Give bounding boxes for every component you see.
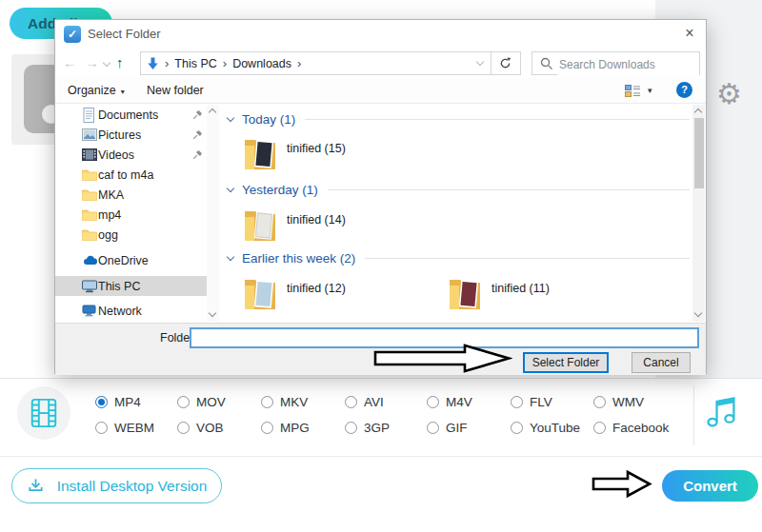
format-option-mp4[interactable]: MP4 [95, 394, 141, 409]
file-item-tinified-15[interactable]: tinified (15) [244, 134, 346, 170]
chevron-down-icon[interactable] [227, 185, 234, 192]
scroll-down-icon[interactable] [694, 309, 702, 317]
sidebar-item-network[interactable]: Network [55, 301, 206, 321]
search-icon [540, 57, 553, 70]
format-option-webm[interactable]: WEBM [95, 420, 154, 435]
sidebar-item-pictures[interactable]: Pictures [55, 125, 206, 145]
format-option-wmv[interactable]: WMV [593, 394, 644, 409]
file-item-tinified-14[interactable]: tinified (14) [244, 206, 346, 242]
format-option-youtube[interactable]: YouTube [511, 420, 580, 435]
videos-icon [82, 148, 97, 161]
sidebar-item-ogg[interactable]: ogg [55, 225, 206, 245]
forward-button[interactable]: → [85, 52, 99, 73]
explorer-check-icon: ✓ [64, 26, 81, 43]
audio-format-section-badge [705, 392, 739, 434]
breadcrumb-separator: › [223, 56, 227, 70]
sidebar-item-caf-to-m4a[interactable]: caf to m4a [55, 165, 206, 185]
onedrive-cloud-icon [82, 254, 98, 267]
folder-icon [82, 168, 97, 181]
back-button[interactable]: ← [63, 52, 77, 73]
convert-button[interactable]: Convert [662, 470, 758, 502]
sidebar-scrollbar[interactable] [207, 105, 219, 322]
up-button[interactable]: ↑ [116, 52, 124, 73]
file-item-tinified-12[interactable]: tinified (12) [244, 274, 346, 310]
radio-webm[interactable] [95, 422, 108, 434]
chevron-down-icon[interactable] [227, 114, 234, 122]
view-options-chevron-icon[interactable]: ▾ [648, 78, 652, 103]
format-option-mpg[interactable]: MPG [261, 420, 310, 435]
folder-icon [244, 206, 276, 242]
video-format-section-badge [17, 386, 70, 440]
scroll-up-icon[interactable] [209, 108, 216, 116]
sidebar-item-mka[interactable]: MKA [55, 185, 206, 205]
folder-icon [449, 274, 481, 310]
dialog-titlebar[interactable]: ✓ Select Folder × [55, 20, 706, 49]
format-option-facebook[interactable]: Facebook [593, 420, 669, 435]
scrollbar-thumb[interactable] [694, 118, 704, 188]
scroll-up-icon[interactable] [694, 108, 702, 116]
radio-gif[interactable] [427, 422, 439, 434]
folder-icon [244, 134, 276, 170]
cancel-button[interactable]: Cancel [632, 352, 691, 373]
pin-icon [192, 129, 203, 140]
install-desktop-version-button[interactable]: Install Desktop Version [11, 468, 222, 503]
radio-vob[interactable] [177, 422, 190, 434]
help-icon[interactable]: ? [676, 82, 692, 98]
radio-youtube[interactable] [511, 422, 523, 434]
pictures-icon [82, 128, 97, 141]
group-header-today[interactable]: Today (1) [225, 111, 690, 127]
format-option-mov[interactable]: MOV [177, 394, 226, 409]
address-dropdown-chevron-icon[interactable] [476, 58, 484, 66]
radio-mkv[interactable] [261, 396, 273, 408]
sidebar-item-videos[interactable]: Videos [55, 145, 206, 165]
radio-wmv[interactable] [593, 396, 606, 408]
file-list-scrollbar[interactable] [692, 105, 705, 322]
group-header-yesterday[interactable]: Yesterday (1) [225, 182, 690, 197]
radio-m4v[interactable] [427, 396, 439, 408]
format-option-3gp[interactable]: 3GP [345, 420, 390, 435]
format-option-gif[interactable]: GIF [427, 420, 468, 435]
address-bar[interactable]: › This PC › Downloads › [140, 51, 491, 75]
folder-icon [244, 274, 276, 310]
divider [0, 378, 762, 379]
documents-icon [82, 108, 95, 123]
folder-icon [82, 228, 97, 241]
radio-mp4[interactable] [95, 396, 108, 408]
search-box[interactable] [531, 51, 700, 75]
radio-mpg[interactable] [261, 422, 273, 434]
scroll-down-icon[interactable] [209, 309, 216, 317]
format-option-m4v[interactable]: M4V [427, 394, 472, 409]
new-folder-button[interactable]: New folder [147, 78, 204, 103]
sidebar-item-this-pc[interactable]: This PC [55, 276, 207, 296]
select-folder-button[interactable]: Select Folder [523, 352, 609, 373]
sidebar-item-onedrive[interactable]: OneDrive [55, 250, 206, 270]
radio-3gp[interactable] [345, 422, 357, 434]
radio-facebook[interactable] [593, 422, 606, 434]
dialog-toolbar: Organize▾ New folder ▾ ? [55, 78, 706, 104]
file-item-tinified-11[interactable]: tinified (11) [449, 274, 550, 310]
dialog-title: Select Folder [88, 20, 161, 49]
close-icon[interactable]: × [681, 25, 698, 42]
radio-flv[interactable] [511, 396, 523, 408]
format-option-flv[interactable]: FLV [511, 394, 552, 409]
format-option-vob[interactable]: VOB [177, 420, 224, 435]
chevron-down-icon[interactable] [227, 253, 234, 261]
annotation-arrow-convert [592, 469, 653, 499]
recent-locations-chevron-icon[interactable] [103, 59, 110, 67]
filmstrip-icon [28, 397, 60, 429]
refresh-button[interactable] [491, 51, 521, 75]
select-folder-dialog: ✓ Select Folder × ← → ↑ › This PC › Down… [54, 19, 707, 374]
format-option-avi[interactable]: AVI [345, 394, 384, 409]
radio-avi[interactable] [345, 396, 357, 408]
breadcrumb-downloads[interactable]: Downloads [232, 57, 291, 70]
organize-menu[interactable]: Organize▾ [68, 78, 125, 105]
group-header-earlier-this-week[interactable]: Earlier this week (2) [225, 250, 690, 266]
gear-icon[interactable]: ⚙ [716, 80, 742, 108]
view-options-icon[interactable] [625, 85, 641, 97]
radio-mov[interactable] [177, 396, 190, 408]
format-option-mkv[interactable]: MKV [261, 394, 308, 409]
sidebar-item-documents[interactable]: Documents [55, 105, 206, 125]
sidebar-item-mp4[interactable]: mp4 [55, 205, 206, 225]
breadcrumb-this-pc[interactable]: This PC [174, 57, 216, 70]
search-input[interactable] [557, 53, 699, 75]
